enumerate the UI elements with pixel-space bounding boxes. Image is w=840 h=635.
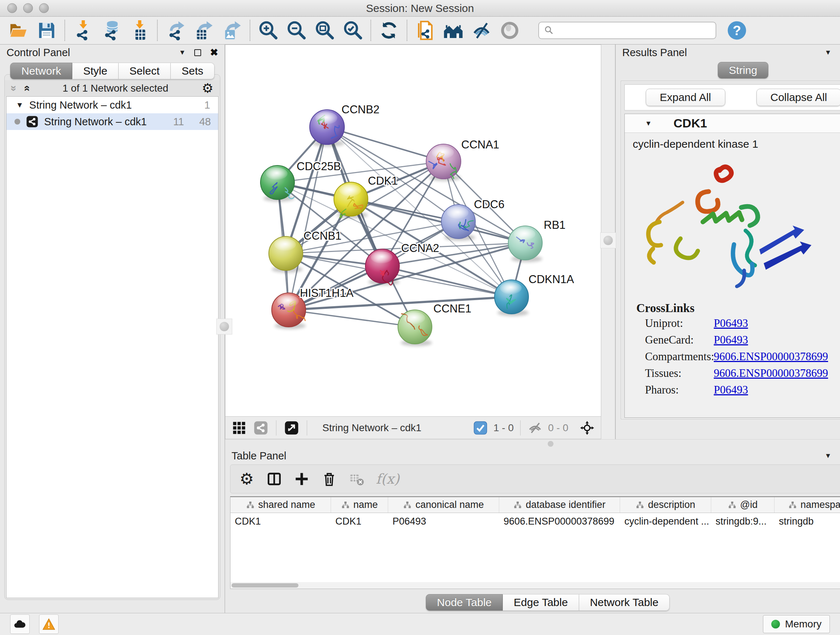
- warning-button[interactable]: [39, 614, 58, 634]
- home-icon[interactable]: [439, 19, 467, 42]
- tab-network[interactable]: Network: [10, 63, 73, 79]
- crosslink-link[interactable]: P06493: [714, 317, 748, 330]
- fit-selected-crosshair-icon[interactable]: [579, 420, 595, 436]
- refresh-layout-icon[interactable]: [375, 19, 403, 42]
- column-header-database-identifier[interactable]: database identifier: [499, 497, 620, 513]
- tab-edge-table[interactable]: Edge Table: [503, 594, 579, 611]
- splitter-handle[interactable]: [600, 233, 616, 249]
- network-collection-row[interactable]: ▼ String Network – cdk1 1: [6, 97, 218, 113]
- zoom-out-icon[interactable]: [282, 19, 310, 42]
- tab-sets[interactable]: Sets: [171, 63, 215, 79]
- panel-close-icon[interactable]: ✖: [210, 48, 218, 57]
- tab-node-table[interactable]: Node Table: [426, 594, 503, 611]
- expand-all-button[interactable]: Expand All: [646, 89, 725, 106]
- panel-menu-icon[interactable]: ▼: [825, 452, 832, 460]
- tab-select[interactable]: Select: [118, 63, 171, 79]
- table-options-gear-icon[interactable]: ⚙: [238, 470, 255, 487]
- zoom-window-icon[interactable]: [39, 3, 49, 13]
- network-share-icon[interactable]: [253, 420, 269, 436]
- search-icon: [544, 25, 554, 35]
- column-header-shared-name[interactable]: shared name: [231, 497, 331, 513]
- memory-button[interactable]: Memory: [763, 615, 830, 633]
- node-CCNE1[interactable]: [398, 310, 432, 346]
- crosslink-row: GeneCard:P06493: [636, 332, 840, 348]
- panel-float-icon[interactable]: [194, 49, 201, 56]
- hidden-eye-icon: [527, 420, 543, 436]
- import-network-database-icon[interactable]: [97, 19, 125, 42]
- import-network-file-icon[interactable]: [69, 19, 97, 42]
- column-header-namespace[interactable]: namespace: [775, 497, 840, 513]
- graphics-details-icon[interactable]: [496, 19, 524, 42]
- network-row-selected[interactable]: String Network – cdk1 11 48: [6, 113, 218, 130]
- scrollbar-thumb[interactable]: [232, 583, 298, 587]
- node-CDC6[interactable]: [441, 204, 475, 241]
- crosslink-link[interactable]: P06493: [714, 383, 748, 396]
- node-label-CCNB2: CCNB2: [341, 103, 379, 116]
- network-canvas[interactable]: CCNB2CCNA1CDC25BCDK1CDC6RB1CCNB1CCNA2CDK…: [225, 44, 601, 417]
- vertical-splitter[interactable]: [601, 44, 616, 439]
- crosslink-link[interactable]: 9606.ENSP00000378699: [714, 350, 828, 363]
- tab-style[interactable]: Style: [73, 63, 118, 79]
- node-CCNA2[interactable]: [365, 249, 399, 285]
- expand-all-networks-icon[interactable]: »: [21, 86, 32, 92]
- show-columns-icon[interactable]: [266, 470, 283, 487]
- show-hide-icon[interactable]: [467, 19, 496, 42]
- export-table-icon[interactable]: [189, 19, 218, 42]
- tab-string[interactable]: String: [718, 62, 768, 79]
- table-cell: cyclin-dependent ...: [620, 513, 711, 530]
- zoom-selected-icon[interactable]: [339, 19, 367, 42]
- entry-header[interactable]: ▼ CDK1: [625, 114, 840, 133]
- panel-menu-icon[interactable]: ▼: [179, 49, 186, 57]
- node-CDC25B[interactable]: [261, 165, 294, 202]
- column-header-@id[interactable]: @id: [711, 497, 775, 513]
- panel-splitter-handle[interactable]: [216, 318, 232, 334]
- open-in-new-window-icon[interactable]: [284, 420, 300, 436]
- table-row[interactable]: CDK1CDK1P064939606.ENSP00000378699cyclin…: [231, 513, 840, 530]
- node-CCNA1[interactable]: [426, 144, 461, 181]
- node-CDKN1A[interactable]: [494, 280, 529, 316]
- import-string-file-icon[interactable]: [411, 19, 439, 42]
- table-horizontal-scrollbar[interactable]: [231, 582, 840, 589]
- table-panel: Table Panel ▼ ✖ ⚙: [225, 448, 840, 613]
- table-cell: stringdb:9...: [711, 513, 775, 530]
- help-button[interactable]: ?: [726, 20, 747, 41]
- tab-network-table[interactable]: Network Table: [579, 594, 670, 611]
- column-header-canonical-name[interactable]: canonical name: [388, 497, 499, 513]
- close-window-icon[interactable]: [7, 3, 17, 13]
- column-header-name[interactable]: name: [331, 497, 388, 513]
- cloud-button[interactable]: [10, 614, 30, 634]
- edge-CCNA2-CDKN1A[interactable]: [382, 266, 512, 297]
- crosslink-link[interactable]: P06493: [714, 333, 748, 347]
- save-session-icon[interactable]: [33, 19, 61, 42]
- edge-CCNB2-HIST1H1A[interactable]: [289, 127, 327, 310]
- svg-text:?: ?: [733, 23, 741, 38]
- network-options-gear-icon[interactable]: ⚙: [202, 82, 213, 95]
- node-CCNB1[interactable]: [269, 236, 303, 272]
- delete-column-icon[interactable]: [321, 470, 338, 487]
- panel-menu-icon[interactable]: ▼: [825, 49, 832, 57]
- import-table-icon[interactable]: [125, 19, 153, 42]
- collapse-all-networks-icon[interactable]: »: [9, 86, 19, 92]
- search-input[interactable]: [538, 22, 716, 39]
- node-RB1[interactable]: [508, 226, 542, 262]
- export-network-icon[interactable]: [161, 19, 189, 42]
- open-session-icon[interactable]: [4, 19, 33, 42]
- column-header-description[interactable]: description: [620, 497, 711, 513]
- disclosure-triangle-icon[interactable]: ▼: [16, 101, 24, 109]
- zoom-in-icon[interactable]: [254, 19, 282, 42]
- edge-CCNB2-CCNA1[interactable]: [327, 127, 444, 162]
- minimize-window-icon[interactable]: [23, 3, 33, 13]
- entry-disclosure-icon[interactable]: ▼: [645, 119, 652, 127]
- birds-eye-grid-icon[interactable]: [231, 420, 247, 436]
- export-image-icon[interactable]: [218, 19, 246, 42]
- splitter-handle[interactable]: [548, 441, 554, 447]
- edge-HIST1H1A-CCNE1[interactable]: [289, 310, 415, 327]
- zoom-fit-icon[interactable]: [310, 19, 339, 42]
- collapse-all-button[interactable]: Collapse All: [756, 89, 840, 106]
- crosslink-link[interactable]: 9606.ENSP00000378699: [714, 367, 828, 380]
- horizontal-splitter[interactable]: [225, 439, 840, 448]
- entry-name: CDK1: [674, 116, 707, 130]
- create-column-icon[interactable]: [294, 470, 310, 487]
- hidden-count: 0 - 0: [548, 422, 568, 434]
- selected-checkbox-icon[interactable]: [472, 420, 488, 436]
